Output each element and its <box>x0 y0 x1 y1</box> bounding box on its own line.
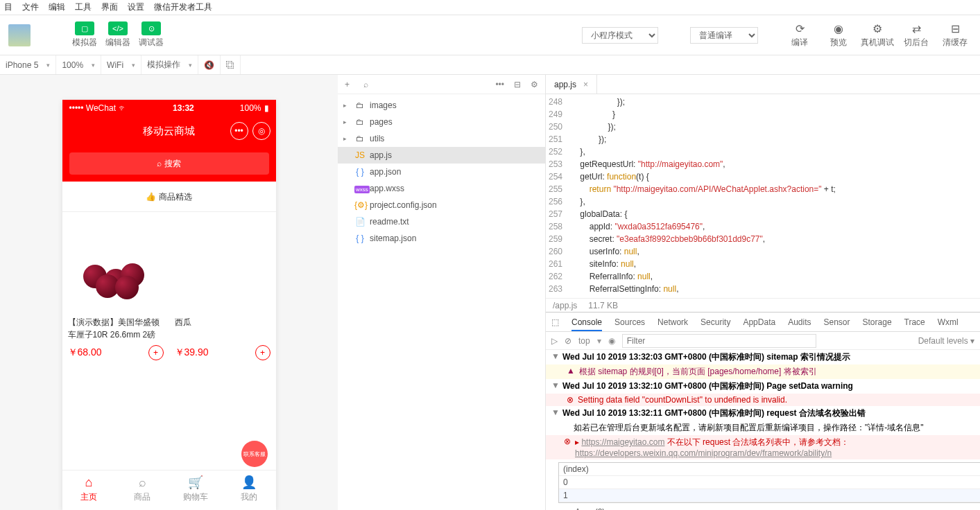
user-icon: 👤 <box>241 475 257 490</box>
product-card[interactable]: 【演示数据】美国华盛顿车厘子10R 26.6mm 2磅装 美国... ￥68.0… <box>62 212 169 366</box>
folder-icon: 🗀 <box>354 117 366 127</box>
file-app-wxss[interactable]: wxssapp.wxss <box>338 180 545 197</box>
cart-icon: 🛒 <box>188 475 203 490</box>
page-title: 移动云商城 <box>143 125 195 138</box>
zoom-select[interactable]: 100%▾ <box>56 55 101 74</box>
folder-pages[interactable]: ▸🗀pages <box>338 114 545 130</box>
split-icon[interactable]: ⊟ <box>514 80 521 89</box>
play-icon[interactable]: ▷ <box>551 336 558 346</box>
console-table: (index)0 0"http://maigeyitao.com" 1"http… <box>558 462 980 503</box>
folder-utils[interactable]: ▸🗀utils <box>338 130 545 147</box>
product-price: ￥68.00 <box>68 346 102 359</box>
docs-link[interactable]: https://developers.weixin.qq.com/minipro… <box>575 448 832 458</box>
menu-item[interactable]: 界面 <box>101 1 118 13</box>
capture-icon[interactable]: ⿻ <box>221 55 241 74</box>
simulator-panel: ••••• WeChatᯤ 13:32 100%▮ 移动云商城 •••◎ ⌕搜索… <box>0 75 338 510</box>
chat-fab[interactable]: 联系客服 <box>241 441 268 467</box>
phone-preview: ••••• WeChatᯤ 13:32 100%▮ 移动云商城 •••◎ ⌕搜索… <box>62 100 276 510</box>
operation-select[interactable]: 模拟操作▾ <box>141 55 198 74</box>
settings-icon[interactable]: ⚙ <box>531 80 538 89</box>
tab-home[interactable]: ⌂主页 <box>62 471 116 507</box>
tab-sensor[interactable]: Sensor <box>824 317 850 327</box>
tab-appdata[interactable]: AppData <box>743 317 775 327</box>
menu-item[interactable]: 目 <box>4 1 12 13</box>
avatar[interactable] <box>8 24 31 46</box>
device-select[interactable]: iPhone 5▾ <box>0 55 56 74</box>
add-button[interactable]: + <box>255 345 270 360</box>
tab-trace[interactable]: Trace <box>904 317 925 327</box>
tab-console[interactable]: Console <box>571 317 602 331</box>
tab-cart[interactable]: 🛒购物车 <box>169 471 223 507</box>
product-card[interactable]: 西瓜 ￥39.90+ <box>169 212 276 366</box>
debugger-button[interactable]: ⊙调试器 <box>137 21 165 49</box>
folder-images[interactable]: ▸🗀images <box>338 97 545 114</box>
search-icon[interactable]: ⌕ <box>363 80 368 89</box>
levels-select[interactable]: Default levels ▾ <box>918 336 974 346</box>
product-price: ￥39.90 <box>175 346 209 359</box>
add-button[interactable]: + <box>148 345 164 360</box>
more-icon[interactable]: ••• <box>495 80 504 89</box>
tab-storage[interactable]: Storage <box>863 317 892 327</box>
compile-button[interactable]: ⟳编译 <box>783 22 816 49</box>
search-input[interactable]: ⌕搜索 <box>69 152 269 175</box>
new-file-icon[interactable]: + <box>345 80 350 89</box>
code-editor[interactable]: 2482492502512522532542552562572582592602… <box>546 94 980 298</box>
wxss-icon: wxss <box>354 184 366 193</box>
file-readme[interactable]: 📄readme.txt <box>338 213 545 230</box>
clear-icon[interactable]: ⊘ <box>565 336 571 346</box>
console-output[interactable]: ▼Wed Jul 10 2019 13:32:03 GMT+0800 (中国标准… <box>546 350 980 510</box>
json-icon: {⚙} <box>354 200 366 210</box>
preview-button[interactable]: ◉预览 <box>822 22 855 49</box>
inspect-icon[interactable]: ⬚ <box>551 317 559 327</box>
menu-bar: 目 文件 编辑 工具 界面 设置 微信开发者工具 <box>0 0 980 15</box>
json-icon: { } <box>354 234 366 243</box>
folder-icon: 🗀 <box>354 100 366 110</box>
network-select[interactable]: WiFi▾ <box>101 55 141 74</box>
compile-select[interactable]: 普通编译 <box>690 27 758 44</box>
tab-network[interactable]: Network <box>657 317 688 327</box>
background-button[interactable]: ⇄切后台 <box>900 22 933 49</box>
mode-select[interactable]: 小程序模式 <box>582 27 658 44</box>
tab-wxml[interactable]: Wxml <box>938 317 958 327</box>
txt-icon: 📄 <box>354 217 366 227</box>
tab-bar: ⌂主页 ⌕商品 🛒购物车 👤我的 <box>62 470 276 507</box>
editor-tabs: app.js× <box>546 75 980 94</box>
mute-icon[interactable]: 🔇 <box>198 55 221 74</box>
tab-products[interactable]: ⌕商品 <box>116 471 169 507</box>
tab-audits[interactable]: Audits <box>788 317 811 327</box>
eye-icon[interactable]: ◉ <box>608 336 615 346</box>
options-bar: iPhone 5▾ 100%▾ WiFi▾ 模拟操作▾ 🔇 ⿻ <box>0 55 980 75</box>
capsule-menu-icon[interactable]: ••• <box>230 122 248 140</box>
thumb-icon: 👍 <box>146 192 156 202</box>
file-sitemap[interactable]: { }sitemap.json <box>338 230 545 247</box>
scope-select[interactable]: top <box>578 336 590 346</box>
status-bar: ••••• WeChatᯤ 13:32 100%▮ <box>62 100 276 116</box>
json-icon: { } <box>354 167 366 177</box>
menu-item[interactable]: 设置 <box>128 1 144 13</box>
toolbar: ▢模拟器 </>编辑器 ⊙调试器 小程序模式 普通编译 ⟳编译 ◉预览 ⚙真机调… <box>0 15 980 55</box>
domain-link[interactable]: https://maigeyitao.com <box>581 437 664 447</box>
folder-icon: 🗀 <box>354 134 366 143</box>
menu-item[interactable]: 编辑 <box>49 1 65 13</box>
file-project-config[interactable]: {⚙}project.config.json <box>338 197 545 213</box>
file-app-js[interactable]: JSapp.js <box>338 147 545 164</box>
tab-mine[interactable]: 👤我的 <box>223 471 276 507</box>
remote-debug-button[interactable]: ⚙真机调试 <box>861 22 894 49</box>
capsule-close-icon[interactable]: ◎ <box>252 122 270 140</box>
tab-sources[interactable]: Sources <box>614 317 645 327</box>
tab-security[interactable]: Security <box>700 317 730 327</box>
clear-cache-button[interactable]: ⊟清缓存 <box>938 22 972 49</box>
tab-app-js[interactable]: app.js× <box>546 75 597 94</box>
search-icon: ⌕ <box>157 159 162 168</box>
close-icon[interactable]: × <box>583 80 588 89</box>
simulator-button[interactable]: ▢模拟器 <box>71 21 98 49</box>
product-title: 【演示数据】美国华盛顿车厘子10R 26.6mm 2磅装 美国... <box>68 316 164 341</box>
file-app-json[interactable]: { }app.json <box>338 164 545 180</box>
menu-item[interactable]: 文件 <box>22 1 39 13</box>
editor-button[interactable]: </>编辑器 <box>104 21 132 49</box>
filter-input[interactable] <box>622 334 816 348</box>
section-header: 👍 商品精选 <box>62 182 276 212</box>
menu-item[interactable]: 工具 <box>75 1 92 13</box>
menu-item[interactable]: 微信开发者工具 <box>154 1 212 13</box>
file-explorer: + ⌕ •••⊟⚙ ▸🗀images ▸🗀pages ▸🗀utils JSapp… <box>338 75 546 510</box>
